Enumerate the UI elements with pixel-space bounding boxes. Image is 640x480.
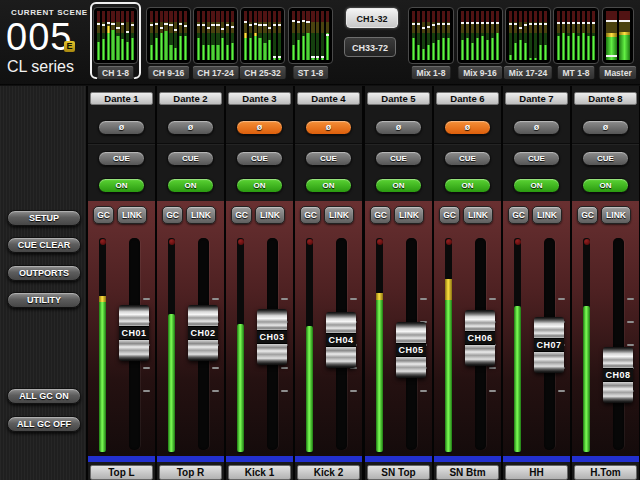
gain-compensation-button[interactable]: GC <box>231 206 252 224</box>
meter-bar <box>202 11 205 60</box>
link-button[interactable]: LINK <box>463 206 493 224</box>
meter-group-ch-9-16[interactable] <box>146 7 191 64</box>
phase-button[interactable]: ø <box>375 120 422 135</box>
meter-bar-level <box>197 38 200 60</box>
sidebar-button-setup[interactable]: SETUP <box>7 210 81 226</box>
meter-bar-level <box>577 36 580 61</box>
channel-name-button[interactable]: SN Btm <box>436 465 499 480</box>
fader-position-mark <box>116 27 119 29</box>
section-divider <box>157 143 224 145</box>
meter-group-st-1-8[interactable] <box>288 7 333 64</box>
channel-name-button[interactable]: Top R <box>159 465 222 480</box>
on-button[interactable]: ON <box>236 178 283 193</box>
bank-button-ch1-32[interactable]: CH1-32 <box>346 8 398 28</box>
meter-group-master[interactable] <box>602 7 634 64</box>
sidebar-button-cue-clear[interactable]: CUE CLEAR <box>7 237 81 253</box>
meter-bar <box>442 11 445 60</box>
channel-name-button[interactable]: Top L <box>90 465 153 480</box>
link-button[interactable]: LINK <box>324 206 354 224</box>
cue-button[interactable]: CUE <box>582 151 629 166</box>
phase-button[interactable]: ø <box>305 120 352 135</box>
meter-group-ch-1-8[interactable] <box>93 7 138 64</box>
fader-knob[interactable]: CH06 <box>465 310 495 366</box>
gain-compensation-button[interactable]: GC <box>93 206 114 224</box>
meter-group-ch-25-32[interactable] <box>240 7 285 64</box>
meter-bar-level <box>412 38 415 60</box>
channel-name-button[interactable]: Kick 2 <box>297 465 360 480</box>
phase-button[interactable]: ø <box>582 120 629 135</box>
channel-name-button[interactable]: HH <box>505 465 568 480</box>
channel-name-button[interactable]: H.Tom <box>574 465 637 480</box>
phase-button[interactable]: ø <box>444 120 491 135</box>
fader-knob[interactable]: CH04 <box>326 312 356 368</box>
link-button[interactable]: LINK <box>186 206 216 224</box>
fader-position-mark <box>461 22 464 24</box>
phase-button[interactable]: ø <box>98 120 145 135</box>
meter-group-label-mix-1-8: Mix 1-8 <box>411 65 452 80</box>
cue-button[interactable]: CUE <box>236 151 283 166</box>
fader-knob[interactable]: CH01 <box>119 305 149 361</box>
cue-button[interactable]: CUE <box>305 151 352 166</box>
meter-bar-level <box>509 55 512 60</box>
fader-position-mark <box>273 24 276 26</box>
meter-bar <box>169 11 172 60</box>
on-button[interactable]: ON <box>98 178 145 193</box>
fader-knob[interactable]: CH08 <box>603 347 633 403</box>
on-button[interactable]: ON <box>167 178 214 193</box>
meter-group-mix-9-16[interactable] <box>457 7 503 64</box>
meter-group-mt-1-8[interactable] <box>553 7 599 64</box>
fader-knob[interactable]: CH03 <box>257 309 287 365</box>
phase-button[interactable]: ø <box>167 120 214 135</box>
meter-bar-level <box>316 58 319 60</box>
cue-button[interactable]: CUE <box>167 151 214 166</box>
sidebar-button-utility[interactable]: UTILITY <box>7 292 81 308</box>
meter-group-ch-17-24[interactable] <box>193 7 238 64</box>
on-button[interactable]: ON <box>582 178 629 193</box>
gain-compensation-button[interactable]: GC <box>162 206 183 224</box>
phase-button[interactable]: ø <box>236 120 283 135</box>
meter-bar-level <box>539 45 542 60</box>
phase-button[interactable]: ø <box>513 120 560 135</box>
sidebar-button-all-gc-on[interactable]: ALL GC ON <box>7 388 81 404</box>
cue-button[interactable]: CUE <box>98 151 145 166</box>
meter-group-mix-17-24[interactable] <box>505 7 551 64</box>
gain-compensation-button[interactable]: GC <box>300 206 321 224</box>
link-button[interactable]: LINK <box>532 206 562 224</box>
channel-name-button[interactable]: Kick 1 <box>228 465 291 480</box>
link-button[interactable]: LINK <box>394 206 424 224</box>
fader-knob[interactable]: CH07 <box>534 317 564 373</box>
meter-group-mix-1-8[interactable] <box>408 7 454 64</box>
on-button[interactable]: ON <box>375 178 422 193</box>
link-button[interactable]: LINK <box>601 206 631 224</box>
fader-scale-tick <box>212 390 219 392</box>
cue-button[interactable]: CUE <box>375 151 422 166</box>
link-button[interactable]: LINK <box>117 206 147 224</box>
link-button[interactable]: LINK <box>255 206 285 224</box>
fader-position-mark <box>417 23 420 25</box>
fader-position-mark <box>102 24 105 26</box>
fader-knob[interactable]: CH02 <box>188 305 218 361</box>
port-label: Dante 5 <box>367 92 430 105</box>
meter-bar-level <box>302 36 305 61</box>
meter-bar <box>544 11 547 60</box>
gain-compensation-button[interactable]: GC <box>577 206 598 224</box>
gain-compensation-button[interactable]: GC <box>439 206 460 224</box>
meter-bar <box>292 11 295 60</box>
gain-compensation-button[interactable]: GC <box>508 206 529 224</box>
fader-position-mark <box>107 22 110 24</box>
channel-name-button[interactable]: SN Top <box>367 465 430 480</box>
sidebar-button-all-gc-off[interactable]: ALL GC OFF <box>7 416 81 432</box>
bank-button-ch33-72[interactable]: CH33-72 <box>344 37 396 57</box>
fader-knob[interactable]: CH05 <box>396 322 426 378</box>
cue-button[interactable]: CUE <box>513 151 560 166</box>
meter-bar <box>496 11 499 60</box>
fader-track[interactable] <box>613 238 624 450</box>
fader-scale-tick <box>212 367 219 369</box>
gain-compensation-button[interactable]: GC <box>370 206 391 224</box>
on-button[interactable]: ON <box>513 178 560 193</box>
cue-button[interactable]: CUE <box>444 151 491 166</box>
sidebar-button-outports[interactable]: OUTPORTS <box>7 265 81 281</box>
on-button[interactable]: ON <box>444 178 491 193</box>
meter-bar-level <box>534 58 537 60</box>
on-button[interactable]: ON <box>305 178 352 193</box>
